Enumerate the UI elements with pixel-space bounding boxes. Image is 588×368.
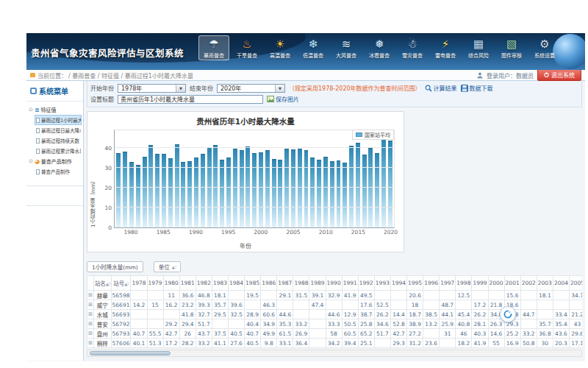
header-station-id[interactable]: 站号▲▽ [111, 276, 131, 291]
toolbar-item-hail[interactable]: ❅冰雹普查 [364, 35, 395, 60]
header-year-2003[interactable]: 2003 [537, 276, 553, 291]
header-year-1982[interactable]: 1982 [196, 276, 212, 291]
toolbar-item-lightning[interactable]: ⚡雷电普查 [430, 35, 461, 60]
y-tick-label: 0 [98, 224, 112, 231]
header-year-1987[interactable]: 1987 [277, 276, 293, 291]
start-year-select[interactable]: 1978年 ▼ [118, 84, 186, 93]
main-content: 开始年份 1978年 ▼ 结束年份 2020年 ▼ （规定采用1978-2020… [84, 81, 585, 361]
header-year-1985[interactable]: 1985 [245, 276, 261, 291]
scrollbar-thumb[interactable] [90, 351, 171, 355]
cell-57606-2001: 16.9 [504, 339, 520, 348]
cell-station-name: 赫章 [93, 291, 111, 300]
bar-1978 [116, 153, 121, 227]
unit-sort-control[interactable]: 单位 ▲▽ [154, 261, 182, 272]
bar-2012 [337, 160, 341, 227]
header-year-2002[interactable]: 2002 [520, 276, 537, 291]
header-year-2001[interactable]: 2001 [504, 276, 520, 291]
row-expand-icon[interactable]: ⊞ [87, 339, 94, 348]
tree-group-1[interactable]: ⊙≣特征值 [28, 105, 82, 115]
x-tick-label: 1980 [124, 229, 138, 236]
header-year-1981[interactable]: 1981 [179, 276, 196, 291]
download-button[interactable]: 数据下载 [461, 84, 493, 92]
cell-56691-1997: 48.7 [440, 300, 456, 310]
toolbar-item-heat[interactable]: ☀高温普查 [265, 35, 295, 60]
header-year-1980[interactable]: 1980 [163, 276, 179, 291]
header-year-1978[interactable]: 1978 [131, 276, 147, 291]
end-year-select[interactable]: 2020年 ▼ [217, 84, 285, 93]
row-expand-icon[interactable]: ⊞ [87, 329, 94, 339]
table-row-56793[interactable]: ⊞盘州5679340.755.542.72643.737.540.540.749… [87, 329, 583, 339]
horizontal-scrollbar[interactable] [87, 350, 582, 357]
cell-56598-1994 [390, 291, 406, 300]
header-year-1993[interactable]: 1993 [374, 276, 390, 291]
sidebar-item[interactable]: 暴雨过程日最大降水量 [35, 125, 82, 135]
sort-icon: ▲▽ [124, 282, 129, 286]
breadcrumb: / 暴雨普查 / 特征值 / 暴雨过程1小时最大降水量 [68, 71, 193, 79]
logout-button[interactable]: 退出系统 [537, 69, 581, 81]
header-year-1979[interactable]: 1979 [147, 276, 163, 291]
row-expand-icon[interactable]: ⊞ [87, 310, 94, 319]
toolbar-item-map[interactable]: ▧图件审核 [496, 35, 527, 60]
floating-assistant-button[interactable] [500, 306, 516, 322]
row-expand-icon[interactable]: ⊞ [87, 319, 94, 329]
cell-56693-1987: 44.6 [277, 310, 293, 319]
header-year-1983[interactable]: 1983 [212, 276, 228, 291]
tree-group-2[interactable]: ⊙◕普查产品制作 [28, 156, 82, 166]
cell-57606-1979: 51.3 [147, 339, 163, 348]
header-year-1990[interactable]: 1990 [326, 276, 342, 291]
toolbar-item-wind[interactable]: ≋大风普查 [331, 35, 362, 60]
toolbar-item-snow[interactable]: ☃雪灾普查 [397, 35, 428, 60]
cell-56793-1989 [309, 329, 326, 339]
cell-56693-1980 [163, 310, 179, 319]
header-year-1988[interactable]: 1988 [293, 276, 309, 291]
unit-selector[interactable]: 1小时降水量(mm) [87, 261, 143, 272]
bar-slot [387, 130, 393, 227]
sidebar-item[interactable]: 暴雨过程1小时最大降水量 [35, 115, 82, 125]
row-expand-icon[interactable]: ⊞ [87, 300, 94, 310]
cell-56693-1992: 38.7 [358, 310, 374, 319]
bar-slot [115, 130, 122, 227]
header-year-1995[interactable]: 1995 [407, 276, 423, 291]
calculate-button[interactable]: 计算结果 [425, 84, 457, 92]
header-year-2004[interactable]: 2004 [553, 276, 569, 291]
chart-title-input[interactable] [118, 95, 263, 104]
header-year-1989[interactable]: 1989 [309, 276, 326, 291]
header-year-2005[interactable]: 2005 [569, 276, 582, 291]
header-year-1997[interactable]: 1997 [440, 276, 456, 291]
toolbar-item-calculator[interactable]: ▦综合风险 [463, 35, 494, 60]
header-year-2000[interactable]: 2000 [488, 276, 504, 291]
toolbar-item-wrench[interactable]: ⚙系统设置 [529, 35, 560, 60]
row-expand-icon[interactable]: ⊞ [87, 291, 94, 300]
header-year-1998[interactable]: 1998 [456, 276, 472, 291]
sidebar: 系统菜单 ⊙≣特征值暴雨过程1小时最大降水量暴雨过程日最大降水量暴雨过程持续天数… [26, 81, 84, 361]
header-year-1994[interactable]: 1994 [390, 276, 406, 291]
bar-slot [270, 130, 277, 227]
sidebar-item[interactable]: 暴雨过程累计降水量 [35, 146, 82, 156]
save-image-button[interactable]: 保存图片 [267, 95, 299, 103]
cell-56691-1980: 16.2 [163, 300, 179, 310]
header-year-1984[interactable]: 1984 [229, 276, 245, 291]
table-row-57606[interactable]: ⊞桐梓5760640.151.317.228.233.241.127.640.5… [87, 339, 583, 348]
bar-1979 [123, 152, 127, 227]
cell-57606-1985: 40.5 [245, 339, 261, 348]
sidebar-item[interactable]: 普查产品制作 [35, 166, 82, 177]
table-row-56598[interactable]: ⊞赫章565981136.646.818.119.529.131.539.132… [87, 291, 583, 300]
header-year-1986[interactable]: 1986 [261, 276, 277, 291]
app-header: 贵州省气象灾害风险评估与区划系统 ☂暴雨普查♨干旱普查☀高温普查❄低温普查≋大风… [26, 33, 585, 70]
header-year-1996[interactable]: 1996 [423, 276, 440, 291]
header-year-1992[interactable]: 1992 [358, 276, 374, 291]
header-year-1991[interactable]: 1991 [342, 276, 358, 291]
toolbar-item-rain[interactable]: ☂暴雨普查 [198, 35, 229, 60]
location-icon [30, 73, 35, 77]
toolbar-item-cold[interactable]: ❄低温普查 [298, 35, 329, 60]
header-year-1999[interactable]: 1999 [472, 276, 488, 291]
cell-station-id: 56691 [111, 300, 131, 310]
sidebar-item[interactable]: 暴雨过程持续天数 [35, 135, 82, 146]
cell-56792-1986: 34.9 [261, 319, 277, 329]
header-station-name[interactable]: 站名▲▽ [93, 276, 111, 291]
toolbar-item-drought[interactable]: ♨干旱普查 [232, 35, 262, 60]
user-area: 登录用户：数据员 退出系统 [477, 69, 581, 81]
legend-item[interactable]: 国家站平均 [352, 130, 394, 140]
bar-1987 [175, 144, 179, 227]
y-tick-label: 10 [98, 205, 112, 211]
